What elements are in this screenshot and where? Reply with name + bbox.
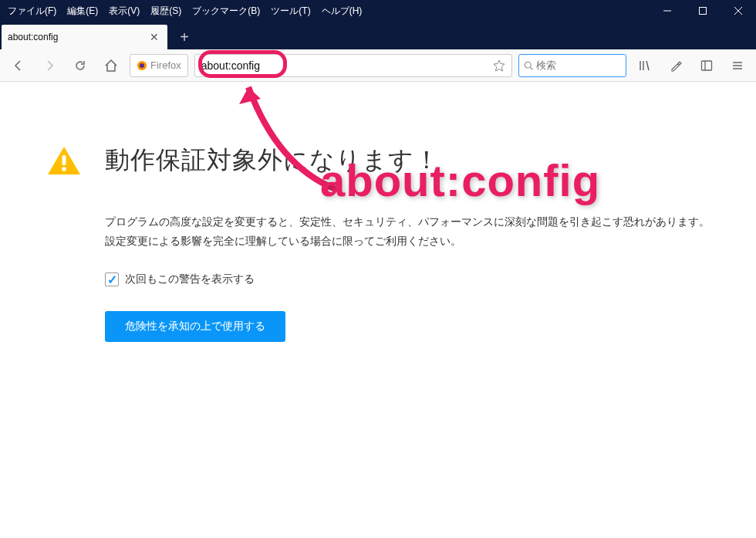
checkbox-label: 次回もこの警告を表示する xyxy=(125,272,255,286)
svg-point-6 xyxy=(525,62,531,68)
window-controls xyxy=(650,0,756,22)
warning-body: プログラムの高度な設定を変更すると、安定性、セキュリティ、パフォーマンスに深刻な… xyxy=(46,212,710,342)
tab-active[interactable]: about:config ✕ xyxy=(2,25,167,49)
accept-risk-button[interactable]: 危険性を承知の上で使用する xyxy=(105,311,285,342)
back-button[interactable] xyxy=(6,53,31,78)
menu-bookmarks[interactable]: ブックマーク(B) xyxy=(187,2,265,21)
search-icon xyxy=(524,60,533,71)
search-input[interactable] xyxy=(536,59,621,71)
sidebar-button[interactable] xyxy=(694,53,719,78)
warning-title: 動作保証対象外になります！ xyxy=(105,144,440,178)
firefox-icon xyxy=(137,60,147,71)
url-text: about:config xyxy=(201,59,487,72)
svg-rect-1 xyxy=(700,8,707,15)
show-warning-checkbox-row[interactable]: ✓ 次回もこの警告を表示する xyxy=(105,272,710,286)
titlebar: ファイル(F) 編集(E) 表示(V) 履歴(S) ブックマーク(B) ツール(… xyxy=(0,0,756,22)
menu-file[interactable]: ファイル(F) xyxy=(3,2,61,21)
menu-tools[interactable]: ツール(T) xyxy=(266,2,315,21)
star-icon[interactable] xyxy=(493,59,505,72)
maximize-button[interactable] xyxy=(685,0,721,22)
svg-line-10 xyxy=(646,61,649,70)
warning-page: 動作保証対象外になります！ プログラムの高度な設定を変更すると、安定性、セキュリ… xyxy=(0,82,756,404)
library-button[interactable] xyxy=(633,53,657,78)
new-tab-button[interactable]: + xyxy=(172,25,197,49)
svg-line-7 xyxy=(530,67,532,69)
close-button[interactable] xyxy=(721,0,756,22)
minimize-button[interactable] xyxy=(650,0,685,22)
menu-edit[interactable]: 編集(E) xyxy=(62,2,103,21)
menu-view[interactable]: 表示(V) xyxy=(104,2,144,21)
warning-icon xyxy=(46,145,82,176)
menubar: ファイル(F) 編集(E) 表示(V) 履歴(S) ブックマーク(B) ツール(… xyxy=(0,2,650,21)
home-button[interactable] xyxy=(99,53,123,78)
menu-button[interactable] xyxy=(725,53,750,78)
search-bar[interactable] xyxy=(518,54,626,77)
svg-rect-16 xyxy=(62,155,66,165)
checkbox-icon[interactable]: ✓ xyxy=(105,272,119,286)
identity-box[interactable]: Firefox xyxy=(130,54,188,77)
navbar: Firefox about:config xyxy=(0,49,756,82)
forward-button[interactable] xyxy=(37,53,62,78)
warning-text: プログラムの高度な設定を変更すると、安定性、セキュリティ、パフォーマンスに深刻な… xyxy=(105,212,710,251)
tabbar: about:config ✕ + xyxy=(0,22,756,49)
svg-rect-11 xyxy=(702,61,712,70)
svg-point-17 xyxy=(62,167,66,171)
warning-header: 動作保証対象外になります！ xyxy=(46,144,710,178)
menu-history[interactable]: 履歴(S) xyxy=(146,2,186,21)
reload-button[interactable] xyxy=(68,53,93,78)
svg-point-5 xyxy=(140,63,144,68)
identity-label: Firefox xyxy=(150,59,181,71)
address-bar[interactable]: about:config xyxy=(194,54,512,77)
tab-close-icon[interactable]: ✕ xyxy=(147,30,161,44)
tab-label: about:config xyxy=(8,32,141,42)
menu-help[interactable]: ヘルプ(H) xyxy=(317,2,367,21)
eyedropper-button[interactable] xyxy=(663,53,688,78)
